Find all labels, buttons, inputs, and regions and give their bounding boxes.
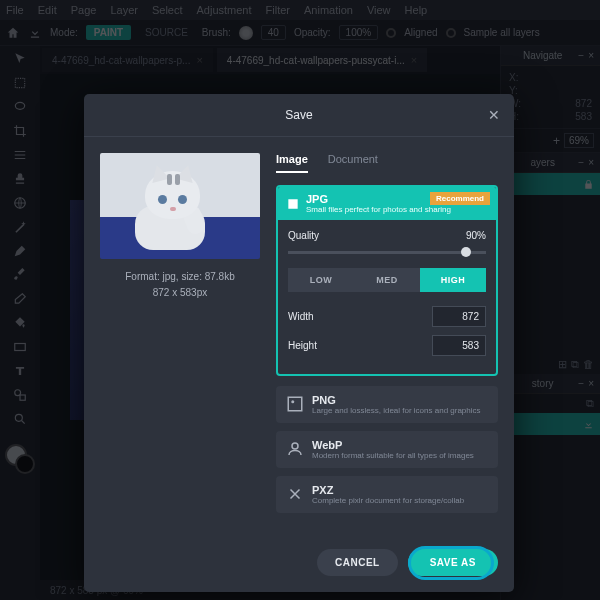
png-title: PNG xyxy=(312,394,481,406)
dialog-header: Save ✕ xyxy=(84,94,514,137)
svg-rect-7 xyxy=(288,397,302,411)
png-subtitle: Large and lossless, ideal for icons and … xyxy=(312,406,481,415)
webp-subtitle: Modern format suitable for all types of … xyxy=(312,451,474,460)
svg-point-9 xyxy=(292,443,298,449)
format-pxz[interactable]: PXZComplete pixlr document for storage/c… xyxy=(276,476,498,513)
tab-document[interactable]: Document xyxy=(328,153,378,173)
width-label: Width xyxy=(288,311,314,322)
preview-meta: Format: jpg, size: 87.8kb 872 x 583px xyxy=(100,269,260,301)
tab-image[interactable]: Image xyxy=(276,153,308,173)
dimensions-text: 872 x 583px xyxy=(100,285,260,301)
save-as-button[interactable]: SAVE AS xyxy=(408,549,498,576)
save-tabs: Image Document xyxy=(276,153,498,173)
jpg-icon xyxy=(286,197,300,211)
quality-value: 90% xyxy=(466,230,486,241)
pxz-icon xyxy=(286,485,304,503)
quality-level-group: LOW MED HIGH xyxy=(288,268,486,292)
quality-med[interactable]: MED xyxy=(354,268,420,292)
height-label: Height xyxy=(288,340,317,351)
format-png[interactable]: PNGLarge and lossless, ideal for icons a… xyxy=(276,386,498,423)
pxz-title: PXZ xyxy=(312,484,464,496)
format-jpg-card[interactable]: JPG Small files perfect for photos and s… xyxy=(276,185,498,376)
quality-slider[interactable] xyxy=(288,251,486,254)
dialog-footer: CANCEL SAVE AS xyxy=(84,537,514,592)
pxz-subtitle: Complete pixlr document for storage/coll… xyxy=(312,496,464,505)
close-icon[interactable]: ✕ xyxy=(488,107,500,123)
save-dialog: Save ✕ Format: jpg, size: 87.8kb 8 xyxy=(84,94,514,592)
quality-low[interactable]: LOW xyxy=(288,268,354,292)
png-icon xyxy=(286,395,304,413)
cancel-button[interactable]: CANCEL xyxy=(317,549,398,576)
preview-column: Format: jpg, size: 87.8kb 872 x 583px xyxy=(100,153,260,521)
image-preview xyxy=(100,153,260,259)
webp-title: WebP xyxy=(312,439,474,451)
format-webp[interactable]: WebPModern format suitable for all types… xyxy=(276,431,498,468)
svg-point-8 xyxy=(291,400,294,403)
width-input[interactable] xyxy=(432,306,486,327)
options-column: Image Document JPG Small files perfect f… xyxy=(276,153,498,521)
quality-high[interactable]: HIGH xyxy=(420,268,486,292)
dialog-title: Save xyxy=(285,108,312,122)
webp-icon xyxy=(286,440,304,458)
quality-label: Quality xyxy=(288,230,319,241)
height-input[interactable] xyxy=(432,335,486,356)
format-size-text: Format: jpg, size: 87.8kb xyxy=(100,269,260,285)
jpg-subtitle: Small files perfect for photos and shari… xyxy=(306,205,451,214)
recommend-badge: Recommend xyxy=(430,192,490,205)
